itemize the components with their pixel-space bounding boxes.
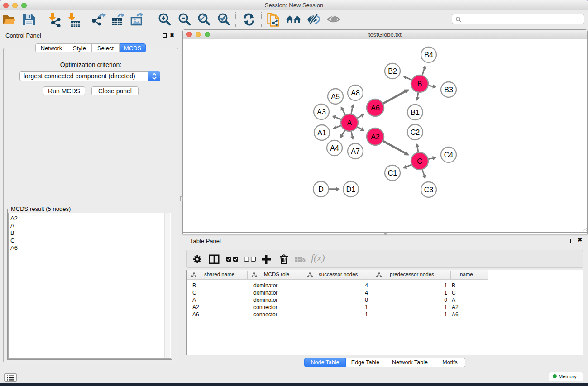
svg-text:A3: A3	[317, 108, 326, 116]
svg-text:A5: A5	[331, 93, 340, 100]
svg-text:C4: C4	[444, 151, 454, 159]
svg-text:C2: C2	[411, 129, 420, 136]
svg-text:A: A	[347, 119, 352, 127]
svg-text:D: D	[318, 186, 324, 193]
svg-text:B1: B1	[411, 109, 420, 116]
svg-text:D1: D1	[346, 186, 356, 193]
svg-text:C: C	[417, 157, 422, 165]
svg-text:A8: A8	[351, 89, 360, 97]
svg-text:C1: C1	[388, 169, 397, 177]
svg-text:C3: C3	[424, 186, 434, 194]
svg-text:A4: A4	[330, 144, 339, 152]
svg-text:B3: B3	[444, 86, 453, 94]
svg-text:A6: A6	[371, 104, 380, 112]
svg-text:A2: A2	[371, 133, 380, 141]
svg-text:A1: A1	[317, 129, 326, 137]
svg-text:B2: B2	[388, 67, 397, 75]
svg-text:B4: B4	[424, 51, 433, 59]
svg-text:B: B	[417, 80, 422, 88]
svg-text:A7: A7	[351, 148, 360, 155]
